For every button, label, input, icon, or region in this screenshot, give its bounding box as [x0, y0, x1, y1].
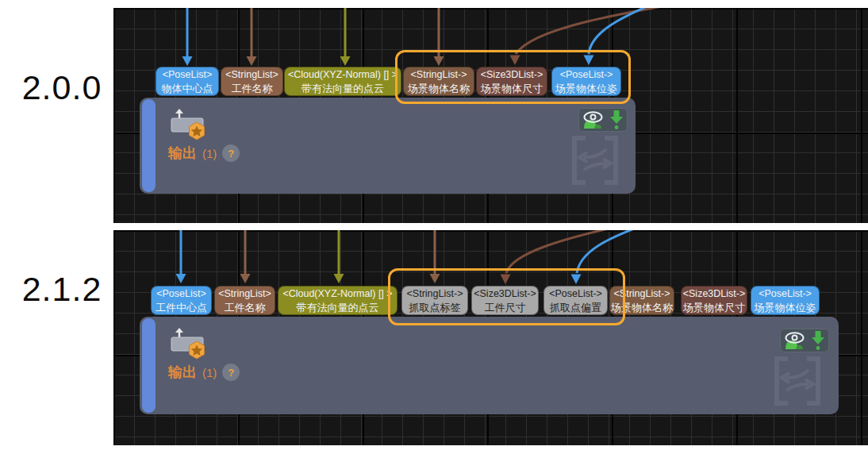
node-action-group [578, 108, 628, 132]
version-label-2.1.2: 2.1.2 [14, 270, 109, 309]
download-icon[interactable] [609, 110, 624, 130]
comparison-screenshot: 2.0.0 2.1.2 <PoseList> 物体中心点 <StringList… [0, 0, 868, 454]
port-pick-point-labels[interactable]: <StringList-> 抓取点标签 [401, 286, 468, 315]
output-step-icon [170, 328, 209, 361]
port-workpiece-center-points[interactable]: <PoseList> 工件中心点 [151, 286, 212, 315]
wire-scene-poses-curve [589, 8, 669, 54]
node-accent-bar [142, 318, 156, 413]
wire-stringlist-arrowhead [240, 274, 251, 283]
port-point-cloud[interactable]: <Cloud(XYZ-Normal) [] > 带有法向量的点云 [278, 286, 398, 315]
swap-watermark-icon [770, 354, 824, 408]
wire-scene-sizes-arrowhead [510, 56, 520, 66]
port-scene-object-sizes[interactable]: <Size3DList-> 场景物体尺寸 [681, 286, 747, 315]
download-icon[interactable] [811, 330, 825, 351]
wire-workpiece-sizes-arrowhead [501, 275, 511, 285]
port-scene-object-poses[interactable]: <PoseList-> 场景物体位姿 [751, 286, 820, 315]
graph-canvas-v200: <PoseList> 物体中心点 <StringList> 工件名称 <Clou… [113, 8, 868, 223]
port-scene-object-poses[interactable]: <PoseList-> 场景物体位姿 [551, 67, 621, 96]
wire-cloud-arrowhead [334, 274, 344, 283]
help-icon[interactable]: ? [222, 364, 240, 381]
node-title: 输出 [168, 363, 197, 382]
wire-pick-labels-arrowhead [430, 274, 440, 283]
node-accent-bar [142, 99, 156, 192]
port-workpiece-names[interactable]: <StringList> 工件名称 [214, 286, 275, 315]
port-workpiece-names[interactable]: <StringList> 工件名称 [221, 67, 283, 96]
swap-watermark-icon [568, 133, 622, 187]
help-icon[interactable]: ? [222, 144, 240, 162]
port-object-center-points[interactable]: <PoseList> 物体中心点 [156, 67, 219, 96]
wire-poselist-arrowhead [182, 56, 193, 66]
version-label-2.0.0: 2.0.0 [14, 68, 109, 107]
wire-scene-sizes-curve [516, 8, 716, 54]
wire-cloud-arrowhead [340, 56, 351, 66]
wire-scene-names-arrowhead [434, 56, 444, 66]
port-scene-object-names[interactable]: <StringList-> 场景物体名称 [403, 67, 474, 96]
eye-visualization-icon[interactable] [784, 331, 805, 350]
wire-poselist-arrowhead [176, 274, 186, 283]
node-count: (1) [202, 147, 217, 160]
node-count: (1) [202, 366, 217, 379]
port-workpiece-sizes[interactable]: <Size3DList-> 工件尺寸 [471, 286, 539, 315]
output-node[interactable]: 输出 (1) ? [140, 98, 636, 194]
wire-scene-poses-arrowhead [584, 56, 594, 66]
wire-pick-offset-curve [577, 230, 661, 273]
eye-visualization-icon[interactable] [582, 110, 604, 129]
wire-stringlist-arrowhead [247, 56, 257, 66]
node-title: 输出 [168, 144, 197, 163]
node-action-group [780, 329, 829, 352]
port-scene-object-names[interactable]: <StringList-> 场景物体名称 [609, 286, 674, 315]
output-step-icon [170, 109, 209, 142]
port-pick-point-offsets[interactable]: <PoseList-> 抓取点偏置 [543, 286, 608, 315]
port-point-cloud[interactable]: <Cloud(XYZ-Normal) [] > 带有法向量的点云 [284, 67, 401, 96]
port-scene-object-sizes[interactable]: <Size3DList-> 场景物体尺寸 [476, 67, 547, 96]
wire-pick-offset-arrowhead [571, 275, 582, 285]
output-node[interactable]: 输出 (1) ? [140, 317, 839, 414]
graph-canvas-v212: <PoseList> 工件中心点 <StringList> 工件名称 <Clou… [113, 230, 868, 445]
